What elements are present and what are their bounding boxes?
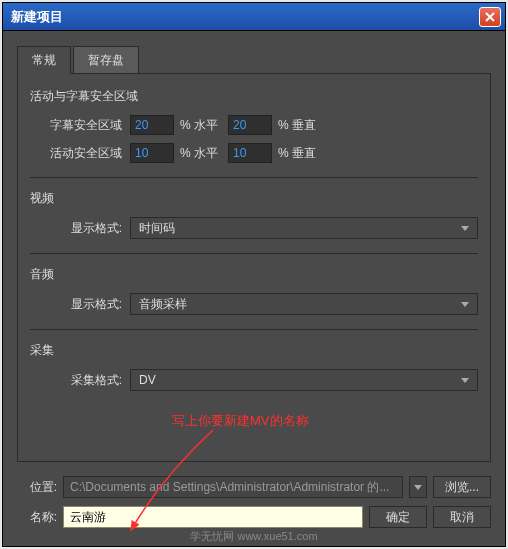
audio-format-value: 音频采样 — [139, 296, 461, 313]
divider — [30, 177, 478, 178]
action-safe-v-input[interactable] — [228, 143, 272, 163]
close-button[interactable] — [479, 7, 501, 27]
close-icon — [485, 12, 495, 22]
subtitle-safe-h-input[interactable] — [130, 115, 174, 135]
tab-panel: 活动与字幕安全区域 字幕安全区域 % 水平 % 垂直 活动安全区域 % 水平 %… — [17, 73, 491, 462]
capture-format-label: 采集格式: — [30, 372, 130, 389]
pct-h-label: % 水平 — [180, 117, 218, 134]
audio-format-label: 显示格式: — [30, 296, 130, 313]
video-title: 视频 — [30, 190, 478, 207]
tab-general[interactable]: 常规 — [17, 46, 71, 74]
action-safe-label: 活动安全区域 — [30, 145, 130, 162]
titlebar[interactable]: 新建项目 — [3, 3, 505, 31]
action-safe-h-input[interactable] — [130, 143, 174, 163]
video-format-value: 时间码 — [139, 220, 461, 237]
pct-v-label-2: % 垂直 — [278, 145, 316, 162]
tab-scratch[interactable]: 暂存盘 — [73, 46, 139, 74]
cancel-button[interactable]: 取消 — [433, 506, 491, 528]
pct-h-label-2: % 水平 — [180, 145, 218, 162]
divider — [30, 253, 478, 254]
capture-format-value: DV — [139, 373, 461, 387]
tab-bar: 常规 暂存盘 — [17, 45, 491, 73]
browse-button[interactable]: 浏览... — [433, 476, 491, 498]
new-project-dialog: 新建项目 常规 暂存盘 活动与字幕安全区域 字幕安全区域 % 水平 % 垂直 活… — [2, 2, 506, 547]
window-title: 新建项目 — [7, 8, 479, 26]
pct-v-label: % 垂直 — [278, 117, 316, 134]
video-format-label: 显示格式: — [30, 220, 130, 237]
capture-title: 采集 — [30, 342, 478, 359]
name-label: 名称: — [17, 509, 57, 526]
annotation-text: 写上你要新建MV的名称 — [172, 412, 309, 430]
safe-area-title: 活动与字幕安全区域 — [30, 88, 478, 105]
capture-format-dropdown[interactable]: DV — [130, 369, 478, 391]
video-format-dropdown[interactable]: 时间码 — [130, 217, 478, 239]
chevron-down-icon — [461, 378, 469, 383]
chevron-down-icon — [461, 302, 469, 307]
location-label: 位置: — [17, 479, 57, 496]
ok-button[interactable]: 确定 — [369, 506, 427, 528]
name-input[interactable] — [63, 506, 363, 528]
location-path: C:\Documents and Settings\Administrator\… — [63, 476, 403, 498]
subtitle-safe-label: 字幕安全区域 — [30, 117, 130, 134]
audio-title: 音频 — [30, 266, 478, 283]
location-dropdown-button[interactable] — [409, 476, 427, 498]
chevron-down-icon — [461, 226, 469, 231]
chevron-down-icon — [414, 485, 422, 490]
divider — [30, 329, 478, 330]
subtitle-safe-v-input[interactable] — [228, 115, 272, 135]
audio-format-dropdown[interactable]: 音频采样 — [130, 293, 478, 315]
